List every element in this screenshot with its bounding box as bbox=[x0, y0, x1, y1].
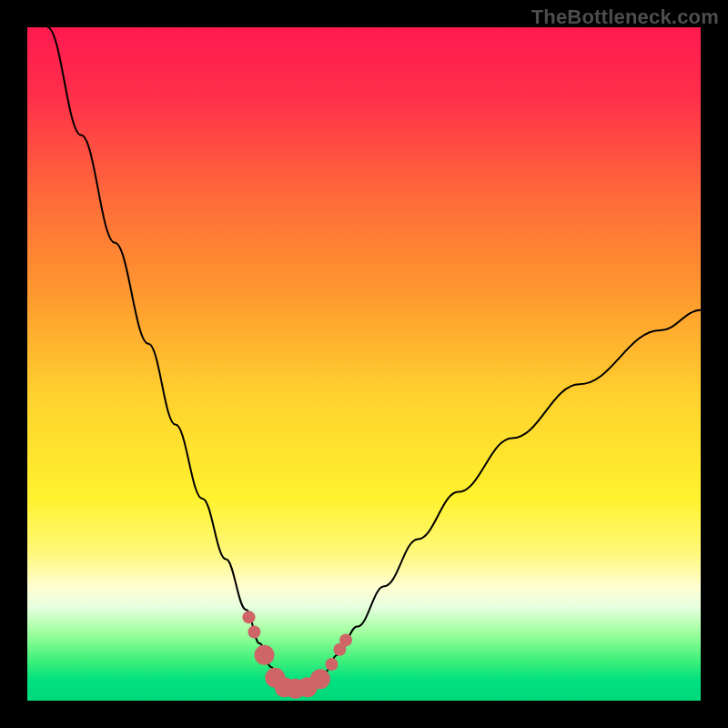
marker-dot bbox=[325, 658, 338, 671]
watermark-text: TheBottleneck.com bbox=[531, 5, 719, 29]
curve-layer bbox=[27, 27, 701, 701]
marker-dot bbox=[339, 633, 352, 646]
marker-dot bbox=[242, 611, 255, 623]
marker-dot bbox=[254, 645, 274, 665]
marker-dot bbox=[248, 626, 260, 639]
outer-black-frame: TheBottleneck.com bbox=[0, 0, 728, 728]
plot-area bbox=[27, 27, 701, 701]
bottleneck-curve bbox=[47, 27, 701, 689]
marker-dot bbox=[310, 669, 330, 689]
